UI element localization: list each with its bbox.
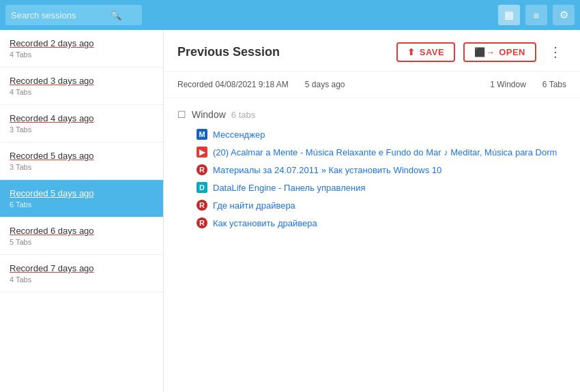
tab-item: R Где найти драйвера [197, 196, 566, 214]
open-icon: ⬛→ [474, 47, 495, 57]
main-layout: Recorded 2 days ago 4 Tabs Recorded 3 da… [0, 30, 580, 392]
sidebar-item-2[interactable]: Recorded 3 days ago 4 Tabs [0, 67, 163, 105]
session-title: Recorded 6 days ago [10, 226, 154, 236]
more-options-button[interactable]: ⋮ [545, 41, 566, 63]
session-subtitle: 5 Tabs [10, 238, 154, 246]
sidebar-item-5[interactable]: Recorded 5 days ago 6 Tabs [0, 180, 163, 217]
sidebar-item-7[interactable]: Recorded 7 days ago 4 Tabs [0, 255, 163, 292]
view-grid-button[interactable]: ▦ [498, 5, 520, 25]
content-area: Previous Session ⬆ SAVE ⬛→ OPEN ⋮ Record… [164, 30, 580, 392]
session-subtitle: 3 Tabs [10, 125, 154, 134]
save-icon: ⬆ [407, 47, 416, 57]
tab-title[interactable]: Материалы за 24.07.2011 » Как установить… [213, 165, 441, 175]
open-button[interactable]: ⬛→ OPEN [463, 42, 536, 62]
tab-favicon: R [197, 200, 207, 211]
save-button[interactable]: ⬆ SAVE [396, 42, 455, 62]
tab-title[interactable]: DataLife Engine - Панель управления [213, 183, 366, 193]
sidebar: Recorded 2 days ago 4 Tabs Recorded 3 da… [0, 30, 164, 392]
meta-windows: 1 Window [490, 80, 526, 89]
session-subtitle: 4 Tabs [10, 88, 154, 96]
meta-recorded: Recorded 04/08/2021 9:18 AM [177, 80, 289, 89]
tab-item: D DataLife Engine - Панель управления [197, 179, 566, 196]
more-icon: ⋮ [549, 44, 562, 60]
window-tabs-count: 6 tabs [231, 110, 255, 120]
meta-tabs: 6 Tabs [542, 80, 566, 89]
tab-list: M Мессенджер ▶ (20) Acalmar a Mente - Mú… [177, 125, 566, 232]
search-icon: 🔍 [111, 10, 121, 20]
session-meta: Recorded 04/08/2021 9:18 AM 5 days ago 1… [164, 72, 580, 98]
app-header: 🔍 ▦ ≡ ⚙ [0, 0, 580, 30]
tab-item: M Мессенджер [197, 125, 566, 143]
window-icon: ☐ [177, 109, 186, 120]
window-label: ☐ Window 6 tabs [177, 109, 566, 120]
tab-favicon: M [197, 129, 207, 140]
list-icon: ≡ [534, 10, 540, 21]
tab-favicon: D [197, 182, 207, 193]
session-subtitle: 4 Tabs [10, 275, 154, 284]
session-title: Recorded 4 days ago [10, 113, 154, 123]
session-title: Recorded 5 days ago [10, 151, 154, 161]
tab-favicon: R [197, 217, 207, 228]
search-input[interactable] [11, 10, 106, 20]
tab-favicon: R [197, 164, 207, 175]
tab-favicon: ▶ [197, 147, 207, 157]
tab-item: R Как установить драйвера [197, 214, 566, 232]
open-label: OPEN [499, 47, 525, 57]
meta-ago: 5 days ago [305, 80, 345, 89]
tab-title[interactable]: Где найти драйвера [213, 200, 295, 211]
content-header: Previous Session ⬆ SAVE ⬛→ OPEN ⋮ [164, 30, 580, 72]
tab-title[interactable]: Как установить драйвера [213, 218, 317, 228]
session-title: Recorded 7 days ago [10, 263, 154, 273]
sidebar-item-6[interactable]: Recorded 6 days ago 5 Tabs [0, 217, 163, 255]
session-title: Recorded 5 days ago [10, 188, 154, 198]
page-title: Previous Session [177, 45, 388, 59]
session-subtitle: 4 Tabs [10, 50, 154, 59]
sidebar-item-1[interactable]: Recorded 2 days ago 4 Tabs [0, 30, 163, 67]
save-label: SAVE [420, 47, 444, 57]
session-subtitle: 6 Tabs [10, 200, 154, 209]
tab-title[interactable]: (20) Acalmar a Mente - Música Relaxante … [213, 147, 557, 157]
session-title: Recorded 3 days ago [10, 76, 154, 86]
tab-title[interactable]: Мессенджер [213, 130, 265, 140]
view-list-button[interactable]: ≡ [525, 5, 547, 25]
sidebar-item-3[interactable]: Recorded 4 days ago 3 Tabs [0, 105, 163, 142]
window-block: ☐ Window 6 tabs M Мессенджер ▶ (20) Acal… [164, 98, 580, 243]
window-title: Window [192, 109, 226, 120]
grid-icon: ▦ [504, 9, 514, 21]
settings-button[interactable]: ⚙ [553, 5, 575, 25]
tab-item: ▶ (20) Acalmar a Mente - Música Relaxant… [197, 143, 566, 161]
gear-icon: ⚙ [560, 9, 568, 21]
session-title: Recorded 2 days ago [10, 38, 154, 48]
search-box[interactable]: 🔍 [5, 5, 142, 25]
sidebar-item-4[interactable]: Recorded 5 days ago 3 Tabs [0, 142, 163, 180]
session-subtitle: 3 Tabs [10, 163, 154, 171]
tab-item: R Материалы за 24.07.2011 » Как установи… [197, 161, 566, 179]
